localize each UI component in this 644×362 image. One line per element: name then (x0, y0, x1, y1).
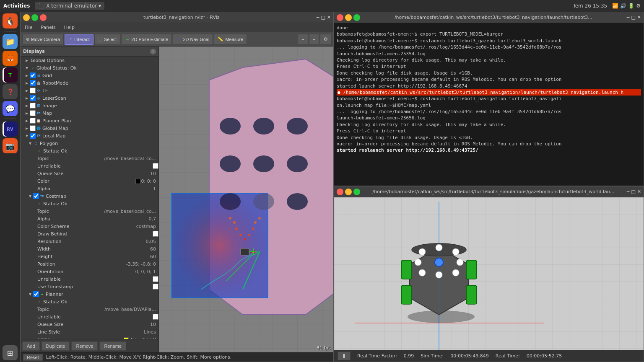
rviz-close-icon[interactable]: ✕ (327, 15, 331, 20)
terminal-taskbar[interactable]: ⬛ X-terminal-emulator ▼ (35, 2, 104, 10)
move-camera-tool[interactable]: ⊕ Move Camera (22, 34, 64, 45)
terminal-close-button[interactable] (337, 14, 343, 21)
gazebo-min-icon[interactable]: ─ (627, 189, 630, 194)
display-polygon[interactable]: ▼ ⬡ Polygon (21, 140, 158, 147)
local-map-checkbox[interactable] (30, 133, 36, 139)
expand-arrow[interactable]: ▼ (27, 140, 33, 146)
reset-button[interactable]: Reset (23, 354, 43, 361)
display-global-map[interactable]: ▶ 🌐 Global Map (21, 124, 158, 132)
interact-tool[interactable]: ☞ Interact (65, 34, 93, 45)
rviz-menu-panels[interactable]: Panels (38, 24, 58, 31)
unreliable-checkbox[interactable] (153, 163, 158, 169)
terminal-close-icon[interactable]: ✕ (637, 15, 641, 20)
pose-estimate-tool[interactable]: → 2D Pose Estimate (121, 34, 172, 45)
use-timestamp-checkbox[interactable] (153, 284, 158, 290)
laserscan-checkbox[interactable] (30, 95, 36, 101)
add-display-button[interactable]: Add (22, 341, 40, 351)
grid-checkbox[interactable] (30, 72, 36, 78)
display-laserscan[interactable]: ▶ ◎ LaserScan (21, 94, 158, 102)
display-local-map[interactable]: ▼ 🗺 Local Map (21, 132, 158, 140)
planner-checkbox[interactable] (33, 291, 39, 297)
dock-item-rviz[interactable]: RV (3, 122, 18, 137)
expand-arrow[interactable]: ▶ (24, 88, 30, 93)
rviz-close-button[interactable] (40, 14, 47, 21)
gazebo-pause-button[interactable]: ⏸ (338, 352, 351, 360)
select-tool[interactable]: ⬚ Select (94, 34, 121, 45)
nav-goal-tool[interactable]: → 2D Nav Goal (173, 34, 213, 45)
robotmodel-checkbox[interactable] (30, 80, 36, 86)
measure-tool[interactable]: 📏 Measure (214, 34, 247, 45)
duplicate-display-button[interactable]: Duplicate (42, 341, 70, 351)
terminal-minimize-button[interactable] (345, 14, 352, 21)
dock-item-files[interactable]: 📁 (3, 34, 18, 49)
gazebo-minimize-button[interactable] (345, 189, 352, 195)
map-checkbox[interactable] (30, 110, 36, 116)
planner-unreliable-checkbox[interactable] (153, 314, 158, 320)
terminal-content[interactable]: done bobamosfet@bobamosfet-omen:~$ expor… (334, 23, 644, 186)
costmap-unreliable-checkbox[interactable] (153, 276, 158, 282)
settings-button[interactable]: ⚙ (320, 34, 332, 45)
display-costmap[interactable]: ▼ 🗺 Costmap (21, 192, 158, 200)
activities-button[interactable]: Activities (3, 3, 30, 9)
rviz-maximize-button[interactable] (31, 14, 38, 21)
remove-display-button[interactable]: Remove (71, 341, 98, 351)
dock-item-snap[interactable]: 📷 (3, 138, 18, 153)
display-name-label: Unreliable (36, 163, 153, 169)
display-grid[interactable]: ▶ ⊞ Grid (21, 72, 158, 79)
expand-arrow[interactable]: ▶ (24, 125, 30, 131)
expand-arrow[interactable]: ▶ (24, 57, 30, 63)
dock-item-discord[interactable]: 💬 (3, 101, 18, 116)
rename-display-button[interactable]: Rename (99, 341, 126, 351)
zoom-out-button[interactable]: − (309, 34, 319, 45)
display-planner-line-style: Line Style Lines (21, 328, 158, 336)
global-map-checkbox[interactable] (30, 125, 36, 131)
expand-arrow[interactable]: ▶ (24, 72, 30, 78)
zoom-in-button[interactable]: + (298, 34, 308, 45)
gazebo-content[interactable] (334, 197, 644, 350)
display-image[interactable]: ▶ 🖼 Image (21, 102, 158, 109)
terminal-min-icon[interactable]: ─ (627, 15, 630, 20)
terminal-restore-icon[interactable]: □ (631, 15, 635, 20)
display-map[interactable]: ▶ 🗺 Map (21, 109, 158, 117)
displays-list[interactable]: ▶ Global Options ▼ ✓ Global Status: Ok ▶ (21, 57, 158, 339)
rviz-viewport[interactable]: 31 fps (159, 47, 333, 352)
dock-item-ubuntu[interactable]: 🐧 (3, 13, 18, 28)
display-global-options[interactable]: ▶ Global Options (21, 57, 158, 64)
expand-arrow[interactable]: ▼ (27, 193, 33, 199)
rviz-menu-file[interactable]: File (22, 24, 35, 31)
rviz-menu-help[interactable]: Help (62, 24, 77, 31)
display-planner[interactable]: ▼ → Planner (21, 290, 158, 298)
rviz-minimize-button[interactable] (23, 14, 30, 21)
expand-arrow[interactable]: ▶ (24, 103, 30, 109)
costmap-checkbox[interactable] (33, 193, 39, 199)
display-robotmodel[interactable]: ▶ 🤖 RobotModel (21, 79, 158, 87)
expand-arrow[interactable]: ▶ (24, 118, 30, 124)
displays-close-button[interactable]: ✕ (150, 49, 156, 54)
dock-item-terminal[interactable]: T (3, 67, 18, 83)
gazebo-max-icon[interactable]: □ (631, 189, 635, 194)
dock-item-browser[interactable]: 🦊 (3, 51, 18, 66)
display-tf[interactable]: ▶ ⟳ TF (21, 87, 158, 94)
move-camera-icon: ⊕ (26, 37, 29, 41)
expand-arrow[interactable]: ▼ (24, 133, 30, 139)
gazebo-close-button[interactable] (337, 189, 343, 195)
planner-plan-checkbox[interactable] (30, 118, 36, 124)
draw-behind-checkbox[interactable] (153, 231, 158, 237)
settings-icon[interactable]: ⚙ (636, 3, 641, 9)
rviz-max-icon[interactable]: □ (321, 15, 325, 20)
tf-checkbox[interactable] (30, 88, 36, 93)
terminal-maximize-button[interactable] (353, 14, 360, 21)
rviz-min-icon[interactable]: ─ (317, 15, 319, 20)
image-checkbox[interactable] (30, 103, 36, 109)
expand-arrow[interactable]: ▼ (24, 65, 30, 71)
display-global-status[interactable]: ▼ ✓ Global Status: Ok (21, 64, 158, 72)
expand-arrow[interactable]: ▶ (24, 80, 30, 86)
dock-item-grid-apps[interactable]: ⊞ (3, 345, 18, 360)
expand-arrow[interactable]: ▶ (24, 95, 30, 101)
expand-arrow[interactable]: ▶ (24, 110, 30, 116)
display-planner-plan[interactable]: ▶ 📋 Planner Plan (21, 117, 158, 124)
gazebo-maximize-button[interactable] (353, 189, 360, 195)
expand-arrow[interactable]: ▼ (27, 291, 33, 297)
dock-item-help[interactable]: ❓ (3, 84, 18, 99)
gazebo-close-icon[interactable]: ✕ (637, 189, 641, 194)
